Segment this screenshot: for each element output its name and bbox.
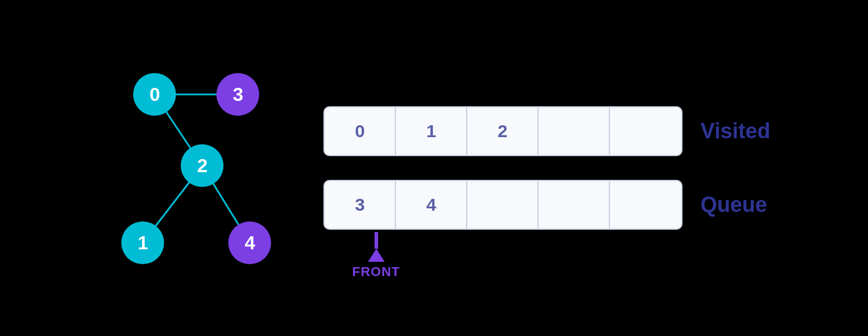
queue-cell-1: 4 <box>396 181 467 229</box>
visited-row: 0 1 2 Visited <box>323 106 770 156</box>
visited-cell-3 <box>539 107 610 155</box>
queue-cell-4 <box>610 181 681 229</box>
front-indicator: FRONT <box>352 232 400 280</box>
queue-label: Queue <box>700 192 767 217</box>
graph-node-1: 1 <box>121 221 164 264</box>
queue-cell-2 <box>467 181 539 229</box>
graph-node-3: 3 <box>216 73 259 116</box>
front-label: FRONT <box>352 264 400 280</box>
main-container: 0 3 2 1 4 0 1 2 <box>98 49 770 287</box>
front-arrow-stem <box>375 232 378 249</box>
visited-cell-0: 0 <box>325 107 396 155</box>
visited-array: 0 1 2 <box>323 106 683 156</box>
queue-cell-3 <box>539 181 610 229</box>
graph-node-4: 4 <box>228 221 271 264</box>
graph-section: 0 3 2 1 4 <box>98 49 288 287</box>
visited-cell-4 <box>610 107 681 155</box>
front-arrow-head <box>368 249 385 262</box>
visited-cell-2: 2 <box>467 107 539 155</box>
arrays-section: 0 1 2 Visited <box>323 106 770 230</box>
queue-cell-0: 3 <box>325 181 396 229</box>
queue-array: 3 4 <box>323 180 683 230</box>
graph-node-2: 2 <box>181 144 224 187</box>
queue-row: 3 4 Queue <box>323 180 770 230</box>
visited-cell-1: 1 <box>396 107 467 155</box>
graph-node-0: 0 <box>133 73 176 116</box>
visited-label: Visited <box>700 119 770 144</box>
queue-block: 3 4 Queue <box>323 180 770 230</box>
